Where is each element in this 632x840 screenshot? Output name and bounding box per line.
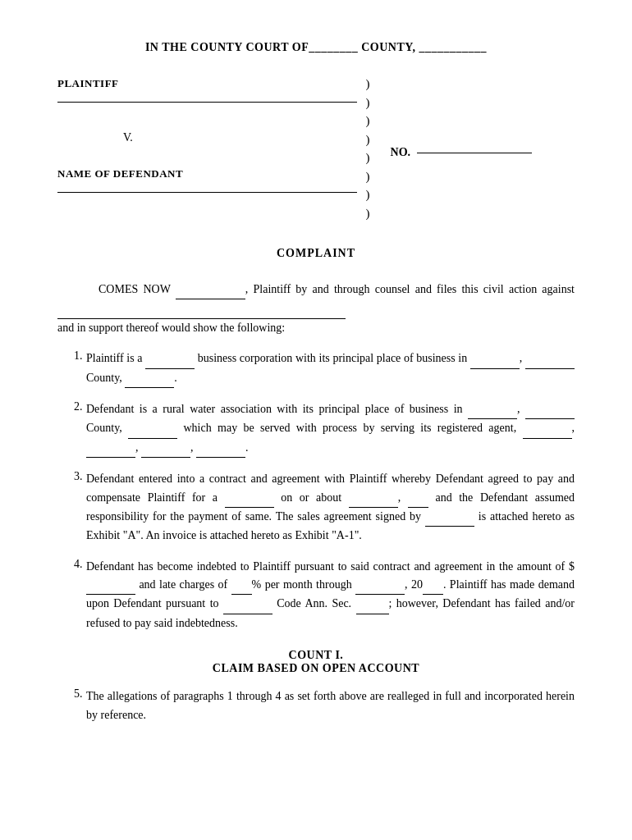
court-title: IN THE COUNTY COURT OF________ COUNTY, _… [145, 41, 487, 54]
plaintiff-underline [57, 102, 357, 103]
paren-1: ) [365, 75, 369, 94]
case-caption: PLAINTIFF V. NAME OF DEFENDANT [57, 75, 575, 222]
city-blank-1 [470, 349, 520, 368]
signatory-blank [425, 508, 474, 527]
para-1-text: Plaintiff is a business corporation with… [86, 349, 575, 388]
paren-col: ) ) ) ) ) ) ) ) [357, 75, 378, 222]
service-blank [225, 489, 274, 508]
caption-right-col: NO. [378, 75, 575, 222]
para-5-text: The allegations of paragraphs 1 through … [86, 687, 575, 724]
year-blank-2 [423, 576, 443, 595]
count-subtitle: CLAIM BASED ON OPEN ACCOUNT [57, 662, 575, 675]
no-label: NO. [391, 146, 411, 159]
vs-row: V. [57, 129, 357, 147]
para-2-num: 2. [57, 400, 86, 458]
def-state-blank [128, 419, 177, 438]
state-blank-1 [125, 369, 174, 388]
paren-6: ) [365, 167, 369, 186]
paragraph-2: 2. Defendant is a rural water associatio… [57, 400, 575, 458]
against-blank [57, 299, 346, 318]
empty-row-2 [57, 147, 357, 165]
agent-blank-4 [196, 439, 245, 458]
paren-3: ) [365, 112, 369, 130]
county-blank-1 [525, 349, 575, 368]
def-city-blank [468, 400, 517, 419]
complaint-title: COMPLAINT [57, 247, 575, 260]
paragraph-5: 5. The allegations of paragraphs 1 throu… [57, 687, 575, 724]
paren-5: ) [365, 148, 369, 167]
caption-left-col: PLAINTIFF V. NAME OF DEFENDANT [57, 75, 357, 222]
vs-label: V. [57, 131, 133, 144]
paragraph-1: 1. Plaintiff is a business corporation w… [57, 349, 575, 388]
amount-blank [86, 576, 135, 595]
date-blank-1 [349, 489, 398, 508]
para-4-text: Defendant has become indebted to Plainti… [86, 558, 575, 633]
case-number-section: NO. [391, 146, 533, 159]
page: IN THE COUNTY COURT OF________ COUNTY, _… [57, 41, 575, 724]
section-blank [356, 595, 389, 614]
plaintiff-label: PLAINTIFF [57, 77, 119, 90]
para-3-text: Defendant entered into a contract and ag… [86, 470, 575, 546]
paren-4: ) [365, 130, 369, 149]
agent-blank-2 [86, 439, 135, 458]
paren-8: ) [365, 204, 369, 223]
agent-blank-3 [141, 439, 190, 458]
paren-7: ) [365, 185, 369, 204]
plaintiff-row: PLAINTIFF [57, 75, 357, 93]
defendant-underline [57, 192, 357, 193]
plaintiff-name-blank [176, 281, 245, 299]
paren-2: ) [365, 94, 369, 112]
space-row [57, 201, 357, 219]
underline-row-1 [57, 93, 357, 111]
underline-row-2 [57, 183, 357, 201]
def-county-blank [525, 400, 575, 419]
paragraph-4: 4. Defendant has become indebted to Plai… [57, 558, 575, 633]
intro-paragraph: COMES NOW , Plaintiff by and through cou… [57, 281, 575, 337]
count-section: COUNT I. CLAIM BASED ON OPEN ACCOUNT [57, 649, 575, 675]
para-4-num: 4. [57, 558, 86, 633]
rate-blank [231, 576, 252, 595]
defendant-label: NAME OF DEFENDANT [57, 167, 183, 180]
para-1-num: 1. [57, 349, 86, 388]
month-blank [355, 576, 405, 595]
code-blank [223, 595, 272, 614]
case-number-blank [417, 153, 532, 153]
para-3-num: 3. [57, 470, 86, 546]
court-header: IN THE COUNTY COURT OF________ COUNTY, _… [57, 41, 575, 66]
agent-blank-1 [523, 419, 572, 438]
para-5-num: 5. [57, 687, 86, 724]
year-blank-1 [408, 489, 428, 508]
empty-row-1 [57, 111, 357, 129]
count-title: COUNT I. [57, 649, 575, 662]
paragraph-3: 3. Defendant entered into a contract and… [57, 470, 575, 546]
business-type-blank [145, 349, 195, 368]
para-2-text: Defendant is a rural water association w… [86, 400, 575, 458]
defendant-row: NAME OF DEFENDANT [57, 165, 357, 183]
